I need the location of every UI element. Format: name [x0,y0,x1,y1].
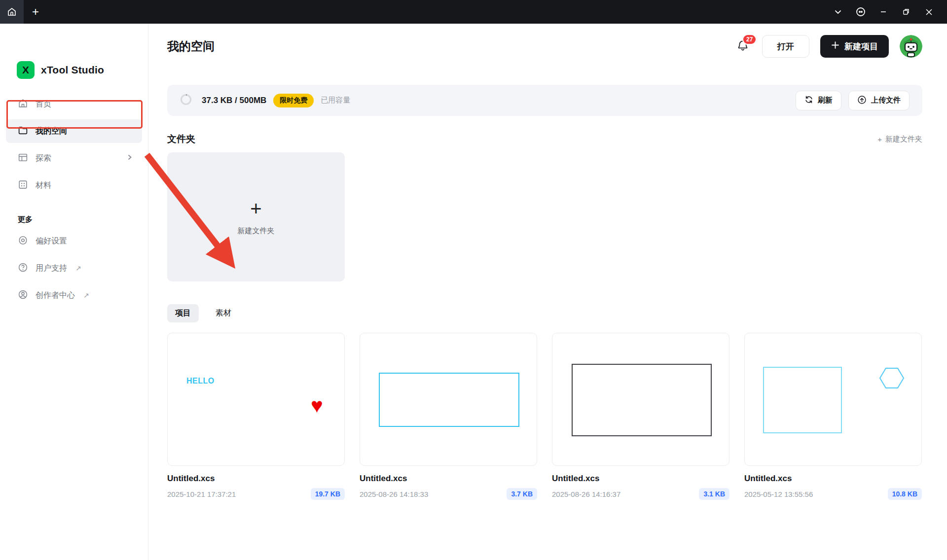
home-tab-button[interactable] [0,0,24,24]
project-card: HELLO ♥ Untitled.xcs 2025-10-21 17:37:21… [167,333,345,500]
new-project-button[interactable]: 新建项目 [820,35,889,58]
open-button[interactable]: 打开 [762,35,809,58]
plus-icon: + [877,135,882,143]
app-logo: X xTool Studio [17,61,148,79]
library-tabs: 项目 素材 [167,304,922,322]
promo-badge[interactable]: 限时免费 [273,94,314,107]
sidebar-item-label: 我的空间 [36,126,67,137]
project-name[interactable]: Untitled.xcs [552,474,729,484]
upload-label: 上传文件 [871,96,901,105]
preview-hello-text: HELLO [186,377,215,385]
new-folder-card-label: 新建文件夹 [238,226,275,236]
project-date: 2025-08-26 14:16:37 [552,490,620,498]
folder-icon [18,125,28,138]
storage-used-label: 已用容量 [321,96,350,105]
page-title: 我的空间 [167,38,215,54]
sidebar-item-creator-center[interactable]: 创作者中心 ↗ [6,283,142,307]
home-icon [7,7,17,17]
project-size-badge: 3.1 KB [699,488,729,500]
notification-count-badge: 27 [742,34,757,45]
sidebar-item-preferences[interactable]: 偏好设置 [6,229,142,253]
project-size-badge: 3.7 KB [507,488,537,500]
project-name[interactable]: Untitled.xcs [167,474,345,484]
new-folder-card[interactable]: + 新建文件夹 [167,152,345,281]
storage-progress-ring [180,94,192,107]
sidebar-item-label: 创作者中心 [36,290,75,301]
project-thumbnail[interactable]: HELLO ♥ [167,333,345,466]
sidebar-item-label: 探索 [36,153,51,164]
cyan-rectangle-shape [763,367,842,433]
status-face-icon[interactable] [849,0,872,24]
explore-icon [18,152,28,165]
app-name: xTool Studio [41,64,104,76]
sidebar-more-label: 更多 [18,215,148,224]
project-name[interactable]: Untitled.xcs [744,474,922,484]
external-link-icon: ↗ [83,291,89,299]
project-size-badge: 19.7 KB [311,488,345,500]
new-folder-link-label: 新建文件夹 [885,135,922,144]
plus-icon: + [250,199,261,218]
minimize-button[interactable] [872,0,895,24]
plus-icon [831,41,839,52]
user-circle-icon [18,289,28,302]
sidebar-item-label: 用户支持 [36,263,67,274]
project-card: Untitled.xcs 2025-05-12 13:55:56 10.8 KB [744,333,922,500]
sidebar-item-my-space[interactable]: 我的空间 [6,119,142,143]
project-card: Untitled.xcs 2025-08-26 14:18:33 3.7 KB [360,333,537,500]
close-button[interactable] [917,0,940,24]
sidebar-item-label: 偏好设置 [36,236,67,246]
external-link-icon: ↗ [75,264,81,272]
gear-icon [18,235,28,247]
project-thumbnail[interactable] [360,333,537,466]
storage-usage-text: 37.3 KB / 500MB [202,96,266,105]
sidebar-item-home[interactable]: 首页 [6,92,142,116]
project-thumbnail[interactable] [552,333,729,466]
tab-projects[interactable]: 项目 [167,304,199,322]
chevron-down-icon[interactable] [827,0,849,24]
dark-rectangle-shape [572,364,712,436]
folders-section-title: 文件夹 [167,133,195,145]
refresh-button[interactable]: 刷新 [796,91,841,110]
sidebar-item-explore[interactable]: 探索 [6,146,142,170]
project-date: 2025-10-21 17:37:21 [167,490,236,498]
sidebar-item-label: 首页 [36,99,51,109]
project-name[interactable]: Untitled.xcs [360,474,537,484]
upload-icon [857,95,867,106]
project-thumbnail[interactable] [744,333,922,466]
titlebar: + [0,0,947,24]
sidebar: X xTool Studio 首页 我的空间 [0,24,148,560]
project-date: 2025-05-12 13:55:56 [744,490,813,498]
new-tab-button[interactable]: + [24,0,47,24]
new-project-label: 新建项目 [844,41,878,52]
new-folder-link[interactable]: + 新建文件夹 [877,135,922,144]
tab-assets[interactable]: 素材 [208,304,239,322]
sidebar-item-label: 材料 [36,180,51,191]
chevron-right-icon [126,154,133,163]
heart-shape: ♥ [311,395,323,416]
sidebar-item-support[interactable]: 用户支持 ↗ [6,256,142,280]
refresh-icon [804,95,813,105]
project-card: Untitled.xcs 2025-08-26 14:16:37 3.1 KB [552,333,729,500]
sidebar-item-materials[interactable]: 材料 [6,174,142,197]
main-header: 我的空间 27 打开 新建项目 [148,24,947,69]
storage-bar: 37.3 KB / 500MB 限时免费 已用容量 刷新 [167,85,922,116]
materials-grid-icon [18,179,28,192]
project-size-badge: 10.8 KB [888,488,922,500]
cyan-rectangle-shape [379,373,519,427]
help-circle-icon [18,262,28,275]
project-card-grid: HELLO ♥ Untitled.xcs 2025-10-21 17:37:21… [167,333,922,500]
hexagon-shape [879,367,905,391]
upload-file-button[interactable]: 上传文件 [848,91,910,110]
restore-button[interactable] [895,0,917,24]
home-icon [18,98,28,110]
user-avatar[interactable] [900,35,922,58]
xtool-logo-icon: X [17,61,35,79]
notifications-button[interactable]: 27 [734,38,751,55]
refresh-label: 刷新 [818,96,833,105]
project-date: 2025-08-26 14:18:33 [360,490,428,498]
